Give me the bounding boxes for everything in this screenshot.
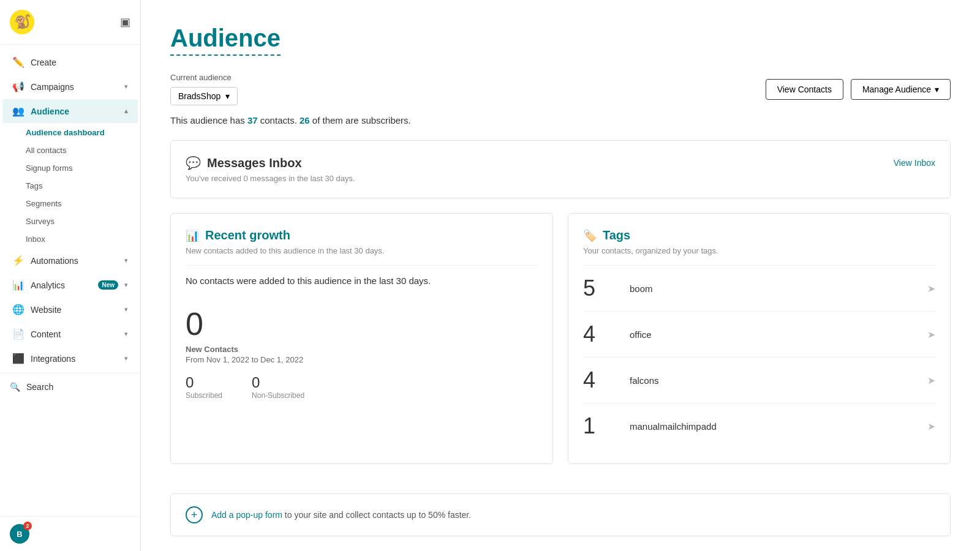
subscribed-count: 0 [186, 374, 222, 391]
campaigns-icon: 📢 [12, 81, 24, 92]
chevron-up-icon: ▴ [124, 107, 128, 115]
messages-inbox-title: Messages Inbox [207, 156, 302, 170]
cards-row: 📊 Recent growth New contacts added to th… [170, 213, 951, 479]
sidebar-item-create[interactable]: ✏️ Create [2, 50, 138, 74]
growth-stats: 0 Subscribed 0 Non-Subscribed [186, 374, 538, 400]
chevron-down-icon: ▾ [124, 305, 128, 313]
message-icon: 💬 [186, 156, 201, 170]
growth-date-range: From Nov 1, 2022 to Dec 1, 2022 [186, 355, 538, 364]
tag-name: office [620, 329, 927, 340]
content-icon: 📄 [12, 328, 24, 340]
popup-suggestion-card: + Add a pop-up form to your site and col… [170, 493, 951, 536]
sidebar-nav: ✏️ Create 📢 Campaigns ▾ 👥 Audience ▴ Aud… [0, 45, 140, 516]
tag-count: 1 [583, 413, 620, 439]
messages-inbox-subtitle: You've received 0 messages in the last 3… [186, 174, 935, 183]
tag-count: 4 [583, 367, 620, 393]
sidebar-item-audience-dashboard[interactable]: Audience dashboard [0, 124, 140, 141]
sidebar-item-content[interactable]: 📄 Content ▾ [2, 322, 138, 346]
sidebar-item-label: Integrations [31, 354, 118, 364]
audience-name: BradsShop [178, 91, 221, 101]
view-contacts-button[interactable]: View Contacts [766, 79, 843, 100]
sidebar-item-automations[interactable]: ⚡ Automations ▾ [2, 249, 138, 272]
audience-selector[interactable]: BradsShop ▾ [170, 87, 238, 105]
sidebar-footer: B 2 [0, 516, 140, 551]
analytics-icon: 📊 [12, 279, 24, 291]
sidebar-item-all-contacts[interactable]: All contacts [0, 141, 140, 159]
messages-inbox-card: 💬 Messages Inbox View Inbox You've recei… [170, 140, 951, 198]
new-badge: New [98, 280, 118, 290]
chevron-down-icon: ▾ [124, 257, 128, 264]
notification-badge: 2 [23, 522, 32, 530]
automations-icon: ⚡ [12, 255, 24, 266]
tags-card: 🏷️ Tags Your contacts, organized by your… [568, 213, 951, 464]
tag-row-falcons: 4 falcons ➤ [583, 357, 935, 403]
non-subscribed-stat: 0 Non-Subscribed [252, 374, 304, 400]
chevron-down-icon: ▾ [935, 84, 939, 94]
chart-icon: 📊 [186, 229, 199, 242]
popup-suggestion-text: Add a pop-up form to your site and colle… [211, 510, 471, 520]
send-campaign-icon[interactable]: ➤ [927, 375, 935, 386]
tags-title-row: 🏷️ Tags [583, 228, 935, 242]
sidebar-item-label: Content [31, 329, 118, 339]
sidebar-item-surveys[interactable]: Surveys [0, 212, 140, 230]
sidebar-item-tags[interactable]: Tags [0, 177, 140, 195]
tag-name: falcons [620, 375, 927, 386]
sidebar-item-segments[interactable]: Segments [0, 195, 140, 212]
contacts-count: 37 [247, 115, 258, 126]
non-subscribed-count: 0 [252, 374, 304, 391]
sidebar-item-search[interactable]: 🔍 Search [0, 376, 140, 398]
sidebar-item-label: Audience [31, 107, 118, 116]
send-campaign-icon[interactable]: ➤ [927, 421, 935, 432]
tags-subtitle: Your contacts, organized by your tags. [583, 246, 935, 255]
sidebar-item-inbox[interactable]: Inbox [0, 230, 140, 248]
dropdown-arrow-icon: ▾ [225, 91, 230, 101]
tags-title[interactable]: Tags [603, 228, 630, 242]
sidebar-item-campaigns[interactable]: 📢 Campaigns ▾ [2, 75, 138, 99]
manage-audience-button[interactable]: Manage Audience ▾ [851, 79, 951, 100]
sidebar-toggle-button[interactable]: ▣ [120, 15, 130, 29]
sidebar-header: 🐒 ▣ [0, 0, 140, 45]
recent-growth-subtitle: New contacts added to this audience in t… [186, 246, 538, 255]
page-title: Audience [170, 24, 281, 56]
audience-stats: This audience has 37 contacts. 26 of the… [170, 115, 951, 126]
chevron-down-icon: ▾ [124, 330, 128, 338]
recent-growth-card: 📊 Recent growth New contacts added to th… [170, 213, 553, 464]
send-campaign-icon[interactable]: ➤ [927, 329, 935, 340]
sidebar-item-label: Analytics [31, 280, 92, 290]
audience-icon: 👥 [12, 105, 24, 117]
new-contacts-label: New Contacts [186, 345, 538, 354]
search-icon: 🔍 [10, 382, 20, 392]
website-icon: 🌐 [12, 304, 24, 315]
popup-form-link[interactable]: Add a pop-up form [211, 510, 282, 520]
main-content: Audience Current audience BradsShop ▾ Vi… [141, 0, 980, 551]
app-logo: 🐒 [10, 10, 34, 34]
sidebar-item-signup-forms[interactable]: Signup forms [0, 159, 140, 177]
sidebar-item-audience[interactable]: 👥 Audience ▴ [2, 99, 138, 123]
send-campaign-icon[interactable]: ➤ [927, 283, 935, 294]
sidebar-item-website[interactable]: 🌐 Website ▾ [2, 298, 138, 321]
audience-selector-area: Current audience BradsShop ▾ [170, 73, 238, 105]
tag-icon: 🏷️ [583, 229, 597, 242]
tag-row-boom: 5 boom ➤ [583, 265, 935, 311]
sidebar-item-label: Website [31, 305, 118, 315]
chevron-down-icon: ▾ [124, 354, 128, 362]
messages-inbox-header: 💬 Messages Inbox View Inbox [186, 156, 935, 170]
sidebar-item-label: Automations [31, 256, 118, 266]
sidebar: 🐒 ▣ ✏️ Create 📢 Campaigns ▾ 👥 Audience ▴… [0, 0, 141, 551]
chevron-down-icon: ▾ [124, 83, 128, 91]
search-label: Search [26, 382, 53, 392]
recent-growth-title-row: 📊 Recent growth [186, 228, 538, 242]
growth-count: 0 [186, 305, 538, 342]
tag-count: 5 [583, 276, 620, 301]
create-icon: ✏️ [12, 56, 24, 68]
tag-name: boom [620, 283, 927, 294]
audience-header: Current audience BradsShop ▾ View Contac… [170, 73, 951, 105]
sidebar-item-integrations[interactable]: ⬛ Integrations ▾ [2, 347, 138, 370]
messages-inbox-title-row: 💬 Messages Inbox [186, 156, 302, 170]
sidebar-item-analytics[interactable]: 📊 Analytics New ▾ [2, 273, 138, 297]
tag-row-manualmailchimpadd: 1 manualmailchimpadd ➤ [583, 403, 935, 449]
view-inbox-link[interactable]: View Inbox [894, 158, 935, 168]
chevron-down-icon: ▾ [124, 281, 128, 289]
recent-growth-title[interactable]: Recent growth [205, 228, 290, 242]
subscribers-count: 26 [300, 115, 310, 126]
